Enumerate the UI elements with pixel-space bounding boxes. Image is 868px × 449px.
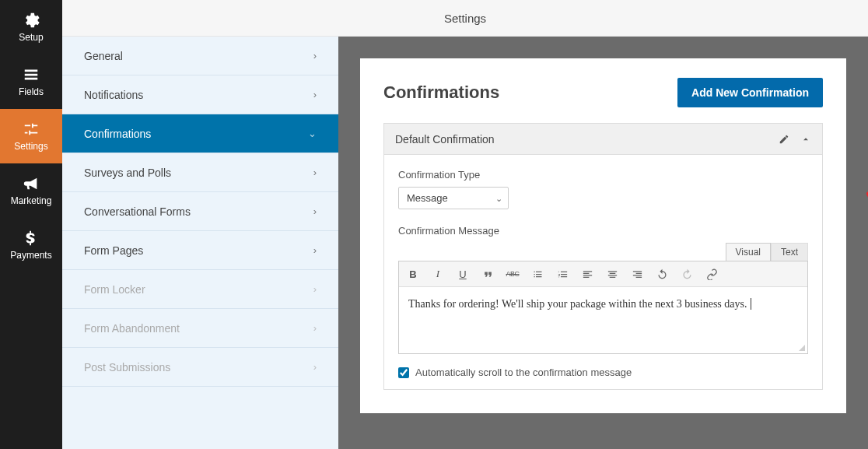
submenu-label: Notifications: [84, 89, 143, 101]
confirmation-block: Default Confirmation Confirmation Type M…: [383, 123, 823, 390]
submenu-label: Surveys and Polls: [84, 167, 171, 179]
submenu-label: Form Locker: [84, 283, 145, 296]
list-icon: [23, 66, 40, 83]
align-center-button[interactable]: [604, 266, 620, 282]
sidebar-label-setup: Setup: [19, 32, 43, 43]
editor-text-content: Thanks for ordering! We'll ship your pac…: [408, 298, 747, 310]
italic-button[interactable]: I: [430, 266, 446, 282]
submenu-item-surveys[interactable]: Surveys and Polls ›: [62, 153, 338, 192]
blockquote-button[interactable]: [480, 266, 495, 282]
rich-text-editor: B I U ABC: [398, 261, 808, 354]
page-title: Settings: [62, 0, 868, 37]
bullhorn-icon: [23, 175, 40, 192]
editor-tab-text[interactable]: Text: [771, 243, 808, 261]
submenu-item-general[interactable]: General ›: [62, 37, 338, 75]
submenu-label: Post Submissions: [84, 361, 170, 374]
resize-handle-icon[interactable]: [798, 344, 806, 352]
chevron-right-icon: ›: [313, 50, 317, 61]
sidebar-label-payments: Payments: [10, 250, 51, 261]
confirmation-block-header[interactable]: Default Confirmation: [384, 124, 822, 155]
sidebar-item-settings[interactable]: Settings: [0, 109, 62, 163]
chevron-right-icon: ›: [313, 205, 317, 217]
settings-submenu: General › Notifications › Confirmations …: [62, 37, 338, 449]
submenu-label: Confirmations: [84, 128, 151, 140]
sidebar-item-fields[interactable]: Fields: [0, 54, 62, 109]
submenu-label: Form Abandonment: [84, 322, 180, 335]
submenu-item-notifications[interactable]: Notifications ›: [62, 75, 338, 114]
undo-button[interactable]: [654, 266, 670, 282]
chevron-right-icon: ›: [313, 89, 317, 100]
auto-scroll-label: Automatically scroll to the confirmation…: [415, 367, 632, 378]
submenu-item-conversational[interactable]: Conversational Forms ›: [62, 192, 338, 231]
chevron-right-icon: ›: [313, 167, 317, 178]
confirmation-block-title: Default Confirmation: [395, 133, 495, 146]
confirmations-panel: Confirmations Add New Confirmation Defau…: [360, 58, 846, 413]
auto-scroll-checkbox[interactable]: [398, 367, 409, 378]
link-button[interactable]: [704, 266, 719, 282]
align-left-button[interactable]: [579, 266, 595, 282]
sidebar-label-settings: Settings: [14, 141, 47, 152]
annotation-arrow: [859, 130, 868, 226]
panel-title: Confirmations: [383, 82, 499, 103]
chevron-right-icon: ›: [313, 361, 317, 373]
sidebar-item-setup[interactable]: Setup: [0, 0, 62, 54]
sidebar-label-fields: Fields: [19, 86, 44, 97]
chevron-right-icon: ›: [313, 322, 317, 334]
sidebar-item-marketing[interactable]: Marketing: [0, 163, 62, 218]
sliders-icon: [23, 121, 40, 138]
unordered-list-button[interactable]: [530, 266, 545, 282]
auto-scroll-checkbox-row[interactable]: Automatically scroll to the confirmation…: [398, 367, 808, 378]
pencil-icon[interactable]: [779, 134, 789, 145]
editor-tab-visual[interactable]: Visual: [726, 243, 771, 261]
submenu-label: Conversational Forms: [84, 205, 191, 218]
chevron-up-icon[interactable]: [800, 134, 811, 145]
editor-toolbar: B I U ABC: [399, 261, 807, 287]
chevron-down-icon: ⌄: [308, 128, 317, 139]
add-confirmation-button[interactable]: Add New Confirmation: [677, 78, 823, 107]
submenu-item-formlocker[interactable]: Form Locker ›: [62, 270, 338, 309]
submenu-label: Form Pages: [84, 244, 143, 257]
dollar-icon: [23, 230, 40, 247]
icon-sidebar: Setup Fields Settings Marketing Payments: [0, 0, 62, 449]
editor-textarea[interactable]: Thanks for ordering! We'll ship your pac…: [399, 287, 807, 353]
submenu-item-formabandonment[interactable]: Form Abandonment ›: [62, 309, 338, 348]
submenu-label: General: [84, 50, 123, 62]
gear-icon: [23, 12, 40, 29]
ordered-list-button[interactable]: [555, 266, 570, 282]
redo-button[interactable]: [679, 266, 695, 282]
confirmation-message-label: Confirmation Message: [398, 225, 808, 237]
align-right-button[interactable]: [629, 266, 645, 282]
strikethrough-button[interactable]: ABC: [505, 266, 520, 282]
sidebar-label-marketing: Marketing: [11, 195, 52, 206]
sidebar-item-payments[interactable]: Payments: [0, 218, 62, 272]
submenu-item-postsubmissions[interactable]: Post Submissions ›: [62, 348, 338, 387]
chevron-right-icon: ›: [313, 244, 317, 256]
submenu-item-formpages[interactable]: Form Pages ›: [62, 231, 338, 270]
underline-button[interactable]: U: [455, 266, 471, 282]
chevron-right-icon: ›: [313, 283, 317, 295]
main-canvas: Confirmations Add New Confirmation Defau…: [338, 37, 868, 449]
bold-button[interactable]: B: [405, 266, 421, 282]
confirmation-type-label: Confirmation Type: [398, 169, 808, 181]
confirmation-type-select[interactable]: Message: [398, 187, 509, 209]
submenu-item-confirmations[interactable]: Confirmations ⌄: [62, 114, 338, 153]
